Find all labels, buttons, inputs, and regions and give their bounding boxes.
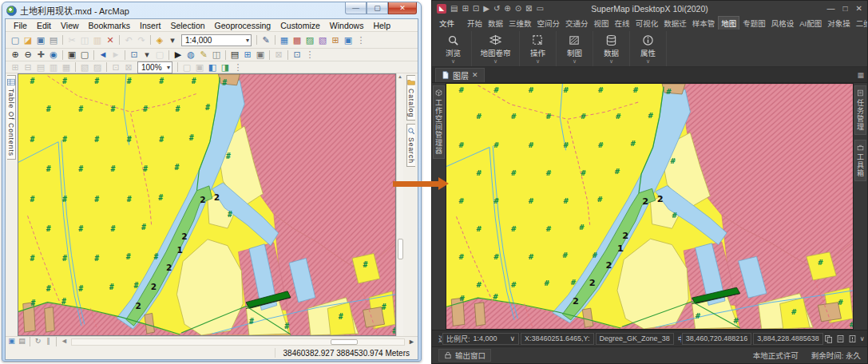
toolbar-icon[interactable]: ▩ (291, 36, 303, 45)
chevron-down-icon[interactable]: ∨ (451, 59, 455, 63)
view-mode-icon[interactable]: ▣ (6, 337, 17, 346)
ribbon-tab-对象操[interactable]: 对象操 (825, 17, 853, 30)
paste-coordinates-icon[interactable] (836, 334, 845, 343)
view-mode-icon[interactable]: ↻ (33, 337, 43, 346)
chevron-down-icon[interactable]: ∨ (493, 59, 497, 63)
ribbon-tab-二维标[interactable]: 二维标 (854, 17, 867, 30)
ribbon-tab-数据[interactable]: 数据 (486, 17, 505, 30)
chevron-down-icon[interactable]: ▾ (162, 64, 170, 71)
scroll-up-icon[interactable]: ▲ (398, 73, 402, 81)
maximize-button[interactable]: □ (843, 4, 848, 13)
ribbon-tab-开始[interactable]: 开始 (465, 17, 485, 30)
menu-edit[interactable]: Edit (32, 21, 56, 30)
workspace-manager-tab[interactable]: 工作空间管理器 (433, 85, 445, 159)
ribbon-tab-地图[interactable]: 地图 (718, 16, 739, 30)
minimize-button[interactable]: — (345, 2, 367, 14)
toolbar-icon[interactable]: ✎ (197, 50, 210, 59)
menu-windows[interactable]: Windows (325, 21, 369, 30)
menu-view[interactable]: View (56, 21, 84, 30)
ribbon-tab-风格设[interactable]: 风格设 (769, 17, 797, 30)
toolbar-combo[interactable]: 100%▾ (137, 61, 172, 73)
quick-access-icon[interactable]: ⊠ (525, 4, 532, 13)
toolbar-icon[interactable]: ◧ (206, 63, 219, 72)
menu-bookmarks[interactable]: Bookmarks (84, 21, 136, 30)
toolbox-tab[interactable]: 工具箱 (854, 140, 866, 181)
ribbon-button-属性[interactable]: 属性∨ (630, 31, 667, 66)
scale-combo[interactable]: 比例尺: 1:4,000 ∨ (442, 333, 519, 345)
toolbar-icon[interactable]: ▶ (172, 50, 184, 59)
toolbar-icon[interactable]: ◄ (97, 50, 109, 59)
vertical-scroll-thumb[interactable] (398, 239, 403, 259)
map-canvas-arcmap[interactable] (18, 74, 395, 335)
search-tab[interactable]: Search (406, 124, 415, 167)
ribbon-button-浏览[interactable]: 浏览∨ (435, 31, 472, 66)
toolbar-icon[interactable]: ▤ (47, 36, 60, 45)
toolbar-icon[interactable]: ✕ (104, 36, 117, 45)
toolbar-icon[interactable]: ▣ (342, 36, 355, 45)
ribbon-button-操作[interactable]: 操作∨ (520, 31, 557, 66)
close-button[interactable]: ✕ (388, 2, 417, 14)
toolbar-icon[interactable]: ▤ (228, 50, 241, 59)
chevron-down-icon[interactable]: ∨ (860, 335, 865, 342)
supermap-map-view[interactable] (446, 83, 854, 330)
arcmap-titlebar[interactable]: 土地利用现状.mxd - ArcMap — ▢ ✕ (5, 2, 418, 18)
scroll-right-icon[interactable]: ► (406, 338, 417, 346)
map-canvas-supermap[interactable] (446, 84, 853, 329)
toolbar-icon[interactable]: ⊡ (128, 50, 141, 59)
ribbon-tab-视图[interactable]: 视图 (592, 17, 612, 30)
quick-access-icon[interactable]: ⊞ (462, 4, 468, 13)
toolbar-icon[interactable]: ⊕ (9, 50, 22, 59)
toolbar-icon[interactable]: ▦ (278, 36, 291, 45)
ribbon-tab-三维数[interactable]: 三维数 (506, 17, 534, 30)
menu-geoprocessing[interactable]: Geoprocessing (210, 21, 276, 30)
toolbar-icon[interactable]: ▢ (78, 50, 91, 59)
toolbar-icon[interactable]: ◉ (47, 50, 60, 59)
quick-access-icon[interactable]: ↺ (493, 4, 500, 13)
crs-box[interactable]: Degree_GK_Zone_38 (596, 333, 674, 345)
arcmap-map-view[interactable] (18, 73, 396, 336)
ribbon-tab-数据迁[interactable]: 数据迁 (661, 17, 689, 30)
ribbon-tab-在线[interactable]: 在线 (612, 17, 632, 30)
chevron-down-icon[interactable]: ∨ (646, 59, 650, 63)
hscroll-track[interactable] (71, 338, 405, 346)
close-button[interactable]: ✕ (856, 4, 862, 13)
quick-access-icon[interactable]: ▭ (537, 4, 544, 13)
center-y-box[interactable]: 3,884,228.4885638 (753, 333, 823, 345)
toolbar-icon[interactable]: ⋮ (355, 36, 367, 45)
view-mode-icon[interactable]: ▤ (17, 337, 27, 346)
toolbar-icon[interactable]: ✚ (34, 50, 47, 59)
toolbar-icon[interactable]: ⊞ (241, 50, 254, 59)
ribbon-button-地图卷帘[interactable]: 地图卷帘∨ (472, 31, 520, 66)
menu-insert[interactable]: Insert (135, 21, 165, 30)
menu-selection[interactable]: Selection (165, 21, 209, 30)
maximize-button[interactable]: ▢ (367, 2, 388, 14)
toolbar-icon[interactable]: ⊡ (291, 50, 303, 59)
tabbar-layout-icon[interactable]: ▦ (857, 71, 864, 79)
quick-access-icon[interactable]: ⊕ (504, 4, 510, 13)
copy-coordinates-icon[interactable] (824, 334, 833, 343)
menu-help[interactable]: Help (368, 21, 395, 30)
toolbar-icon[interactable]: ▨ (303, 36, 316, 45)
toolbar-icon[interactable]: ▣ (34, 36, 47, 45)
view-mode-icon[interactable]: ∥ (43, 337, 54, 346)
toolbar-icon[interactable]: ▾ (141, 50, 153, 59)
toc-tab[interactable]: Table Of Contents (7, 75, 16, 160)
ribbon-button-制图[interactable]: 制图∨ (557, 31, 593, 66)
menu-file[interactable]: File (9, 21, 32, 30)
ribbon-tab-文件[interactable]: 文件 (437, 17, 457, 30)
center-x-box[interactable]: 38,460,720.488216 (682, 333, 752, 345)
chevron-down-icon[interactable]: ▾ (241, 37, 249, 44)
arcmap-vertical-scrollbar[interactable]: ▲ (396, 73, 403, 336)
catalog-tab[interactable]: Catalog (406, 75, 415, 121)
horizontal-scroll-thumb[interactable] (331, 339, 358, 345)
chevron-down-icon[interactable]: ∨ (573, 59, 577, 63)
ribbon-tab-样本管[interactable]: 样本管 (690, 17, 718, 30)
toolbar-icon[interactable]: ▢ (9, 36, 22, 45)
toolbar-icon[interactable]: ▣ (254, 50, 267, 59)
supermap-titlebar[interactable]: ◣ ▤⊞⊡▶↺⊕⊙⊠▭ SuperMap iDesktopX 10i(2020)… (432, 1, 867, 16)
ribbon-tab-交通分[interactable]: 交通分 (563, 17, 591, 30)
chevron-down-icon[interactable]: ∨ (506, 334, 518, 342)
toolbar-icon[interactable]: ✎ (260, 36, 272, 45)
toolbar-icon[interactable]: ◫ (210, 50, 223, 59)
ribbon-tab-空间分[interactable]: 空间分 (535, 17, 563, 30)
